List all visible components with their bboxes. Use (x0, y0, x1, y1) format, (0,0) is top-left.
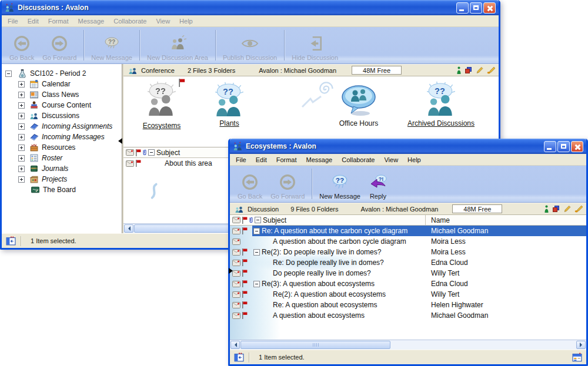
sidebar-item-resources[interactable]: Resources (2, 142, 122, 153)
layers-icon[interactable] (553, 206, 560, 213)
sidebar-item-roster[interactable]: Roster (2, 153, 122, 163)
sidebar-item-class-news[interactable]: Class News (2, 89, 122, 100)
close-button[interactable] (483, 2, 496, 14)
sidebar-item-incoming-messages[interactable]: Incoming Messages (2, 132, 122, 142)
sidebar-item-course-content[interactable]: Course Content (2, 100, 122, 110)
maximize-button[interactable] (557, 141, 570, 152)
menu-help[interactable]: Help (175, 16, 198, 26)
collapse-all-box-icon[interactable] (255, 217, 261, 223)
menu-help[interactable]: Help (403, 155, 426, 164)
collapse-thread-box-icon[interactable] (253, 249, 260, 256)
titlebar[interactable]: Discussions : Avalon (2, 0, 499, 15)
view-grid-icon[interactable] (572, 352, 582, 362)
signature-pen-icon[interactable] (574, 205, 583, 213)
scroll-left-button[interactable] (230, 341, 240, 349)
flag-icon (242, 249, 248, 256)
message-row[interactable]: Re(3): A question about ecosystems Edna … (230, 278, 586, 289)
scroll-left-button[interactable] (124, 224, 133, 233)
message-row[interactable]: A question about the carbon cycle diagra… (230, 236, 586, 247)
expand-box-icon[interactable] (18, 155, 25, 162)
collapse-pane-arrow-icon[interactable] (229, 268, 236, 274)
sidebar-item-projects[interactable]: Projects (2, 174, 122, 184)
panel-toggle-icon[interactable] (6, 236, 16, 246)
conference-icon-archived-discussions[interactable]: ?? Archived Discussions (391, 81, 491, 127)
new-message-button[interactable]: ?? New Message (315, 167, 365, 202)
horizontal-scrollbar[interactable] (230, 340, 586, 350)
pencil-icon[interactable] (563, 205, 571, 213)
expand-box-icon[interactable] (18, 134, 25, 140)
column-divider[interactable] (425, 215, 426, 225)
menu-message[interactable]: Message (302, 155, 338, 164)
expand-box-icon[interactable] (18, 123, 25, 130)
message-author: Helen Highwater (431, 301, 483, 309)
tree-root-sci102[interactable]: SCI102 - Period 2 (2, 68, 122, 79)
collapse-thread-box-icon[interactable] (253, 281, 260, 287)
conference-icon-plants[interactable]: ?? Plants (185, 82, 273, 127)
message-row[interactable]: Re: A question about ecosystems Helen Hi… (230, 300, 586, 310)
publish-discussion-button[interactable]: Publish Discussion (219, 29, 281, 63)
online-user-icon[interactable] (544, 205, 549, 213)
expand-box-icon[interactable] (18, 176, 25, 183)
scroll-right-button[interactable] (576, 341, 586, 349)
expand-box-icon[interactable] (18, 166, 25, 172)
message-row[interactable]: A question about ecosystems Michael Good… (230, 310, 586, 321)
new-discussion-area-button[interactable]: New Discussion Area (143, 29, 212, 63)
expand-box-icon[interactable] (18, 81, 25, 88)
go-back-button[interactable]: Go Back (233, 167, 266, 202)
hide-discussion-button[interactable]: Hide Discussion (288, 29, 342, 63)
sidebar-item-journals[interactable]: Journals (2, 163, 122, 174)
close-button[interactable] (571, 141, 583, 152)
sidebar-item-calendar[interactable]: Calendar (2, 79, 122, 89)
minimize-button[interactable] (544, 141, 556, 152)
journal-book-icon (29, 164, 39, 173)
message-row[interactable]: Re: Do people really live in domes? Edna… (230, 257, 586, 268)
expand-box-icon[interactable] (18, 92, 25, 98)
collapse-pane-arrow-icon[interactable] (115, 138, 122, 144)
sidebar-item-incoming-assignments[interactable]: Incoming Assignments (2, 121, 122, 132)
collapse-thread-box-icon[interactable] (253, 228, 260, 234)
menu-edit[interactable]: Edit (23, 16, 44, 26)
signature-pen-icon[interactable] (487, 66, 495, 74)
menu-format[interactable]: Format (272, 155, 302, 164)
minimize-button[interactable] (456, 2, 469, 14)
message-row[interactable]: Re(2): Do people really live in domes? M… (230, 247, 586, 257)
collapse-all-box-icon[interactable] (148, 149, 155, 156)
message-row[interactable]: Re(2): A question about ecosystems Willy… (230, 289, 586, 300)
menu-file[interactable]: File (3, 16, 23, 26)
go-back-button[interactable]: Go Back (5, 29, 38, 63)
menu-collaborate[interactable]: Collaborate (109, 16, 151, 26)
menu-format[interactable]: Format (44, 16, 74, 26)
menu-file[interactable]: File (231, 155, 251, 164)
subject-column-header[interactable]: Subject (156, 149, 180, 157)
go-forward-button[interactable]: Go Forward (266, 167, 309, 202)
menu-collaborate[interactable]: Collaborate (337, 155, 379, 164)
menu-view[interactable]: View (379, 155, 403, 164)
subject-column-header[interactable]: Subject (263, 216, 286, 224)
sidebar-item-discussions[interactable]: Discussions (2, 110, 122, 121)
incoming-book-icon (29, 132, 39, 142)
flag-icon (242, 291, 248, 298)
menu-view[interactable]: View (151, 16, 175, 26)
pencil-icon[interactable] (476, 66, 483, 74)
layers-icon[interactable] (465, 67, 472, 74)
collapse-box-icon[interactable] (5, 70, 12, 77)
expand-box-icon[interactable] (18, 145, 25, 151)
message-row[interactable]: Do people really live in domes? Willy Te… (230, 268, 586, 278)
go-forward-button[interactable]: Go Forward (38, 29, 81, 63)
titlebar[interactable]: Ecosystems : Avalon (230, 139, 586, 154)
name-column-header[interactable]: Name (431, 216, 450, 224)
message-row[interactable]: Re: A question about the carbon cycle di… (230, 226, 586, 236)
maximize-button[interactable] (470, 2, 482, 14)
scrollbar-thumb[interactable] (240, 341, 390, 349)
sidebar-item-the-board[interactable]: The Board (2, 184, 122, 195)
conference-icon-office-hours[interactable]: Office Hours (315, 83, 403, 127)
online-user-icon[interactable] (456, 66, 462, 74)
expand-box-icon[interactable] (18, 113, 25, 119)
panel-toggle-icon[interactable] (234, 352, 244, 362)
reply-button[interactable]: ?! Reply (365, 167, 392, 202)
expand-box-icon[interactable] (18, 102, 25, 109)
menu-message[interactable]: Message (74, 16, 109, 26)
menu-edit[interactable]: Edit (251, 155, 272, 164)
envelope-icon (232, 239, 240, 245)
new-message-button[interactable]: ?? New Message (87, 29, 136, 63)
